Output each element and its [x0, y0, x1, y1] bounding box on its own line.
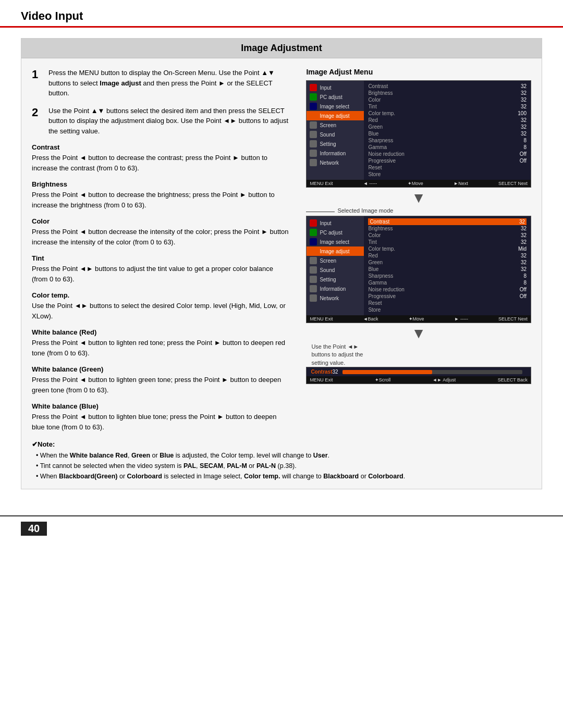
menu-item-sound: Sound: [307, 130, 364, 139]
menu-item-screen-2: Screen: [307, 256, 364, 265]
wb-blue-text: Press the Point ◄ button to lighten blue…: [32, 412, 290, 432]
screen-icon-2: [310, 257, 317, 264]
menu-row-sharpness: Sharpness8: [368, 137, 527, 144]
menu-row-color: Color32: [368, 96, 527, 103]
wb-blue-heading: White balance (Blue): [32, 402, 290, 410]
menu-item-image-adjust: Image adjust: [307, 111, 364, 120]
setting-icon-2: [310, 276, 317, 283]
menu-row-store-2: Store: [368, 306, 527, 313]
two-col-layout: 1 Press the MENU button to display the O…: [21, 58, 542, 439]
menu-item-input: Input: [307, 83, 364, 92]
slider-mockup: Contrast 32 MENU Exit✦Scroll◄► AdjustSEL…: [306, 367, 531, 384]
bottom-note: ✔Note: When the White balance Red, Green…: [21, 439, 542, 489]
contrast-text: Press the Point ◄ button to decrease the…: [32, 153, 290, 173]
menu-row-noise: Noise reductionOff: [368, 151, 527, 157]
menu-row-red-2: Red32: [368, 252, 527, 259]
slider-label: Contrast: [311, 369, 332, 375]
note-list: When the White balance Red, Green or Blu…: [32, 450, 531, 482]
menu-item-setting: Setting: [307, 139, 364, 149]
step-2-text: Use the Point ▲▼ buttons select the desi…: [48, 106, 290, 137]
arrow-down-1: ▼: [306, 191, 531, 205]
page-title: Video Input: [21, 9, 542, 23]
brightness-heading: Brightness: [32, 180, 290, 188]
sound-icon: [310, 131, 317, 138]
menu-item-input-2: Input: [307, 218, 364, 228]
menu-row-sharpness-2: Sharpness8: [368, 273, 527, 279]
menu-row-color-temp-2: Color temp.Mid: [368, 245, 527, 252]
menu-item-information-2: Information: [307, 284, 364, 293]
main-content: Image Adjustment 1 Press the MENU button…: [0, 28, 563, 515]
pc-adjust-icon: [310, 93, 317, 101]
slider-bar-fill: [342, 370, 433, 374]
step-2: 2 Use the Point ▲▼ buttons select the de…: [32, 106, 290, 137]
slider-value: 32: [333, 369, 338, 375]
menu-row-gamma-2: Gamma8: [368, 279, 527, 286]
menu-row-noise-2: Noise reductionOff: [368, 286, 527, 293]
color-heading: Color: [32, 217, 290, 225]
menu-row-tint-2: Tint32: [368, 239, 527, 245]
menu-row-tint: Tint32: [368, 103, 527, 110]
menu-screenshot-1: Input PC adjust Image select Image adjus…: [306, 80, 531, 188]
menu-row-store: Store: [368, 171, 527, 178]
menu-item-network: Network: [307, 158, 364, 167]
menu-row-green-2: Green32: [368, 259, 527, 266]
screen-icon: [310, 121, 317, 129]
information-icon: [310, 150, 317, 157]
step-1-number: 1: [32, 68, 43, 98]
left-column: 1 Press the MENU button to display the O…: [32, 68, 290, 434]
image-select-icon: [310, 103, 317, 110]
menu-item-sound-2: Sound: [307, 265, 364, 275]
menu-item-pc-adjust-2: PC adjust: [307, 228, 364, 237]
section-title: Image Adjustment: [21, 39, 542, 58]
step-1: 1 Press the MENU button to display the O…: [32, 68, 290, 98]
menu-screenshot-2: Input PC adjust Image select Image adjus…: [306, 216, 531, 323]
page-header: Video Input: [0, 0, 563, 28]
slider-row: Contrast 32: [307, 367, 531, 376]
note-item-3: When Blackboard(Green) or Colorboard is …: [36, 471, 531, 482]
menu-item-setting-2: Setting: [307, 275, 364, 284]
use-point-text: Use the Point ◄►buttons to adjust theset…: [306, 343, 531, 367]
color-text: Press the Point ◄ button decrease the in…: [32, 227, 290, 247]
menu-bar-2: MENU Exit◄Back✦Move► -----SELECT Next: [307, 315, 531, 323]
menu-item-information: Information: [307, 149, 364, 158]
menu-row-reset-2: Reset: [368, 300, 527, 306]
image-adjust-icon-2: [310, 248, 317, 255]
wb-red-text: Press the Point ◄ button to lighten red …: [32, 338, 290, 358]
menu-item-image-select-2: Image select: [307, 237, 364, 246]
menu-item-screen: Screen: [307, 120, 364, 130]
network-icon-2: [310, 294, 317, 302]
menu-row-blue-2: Blue32: [368, 266, 527, 273]
page-number: 40: [21, 522, 47, 536]
menu-item-image-adjust-2: Image adjust: [307, 246, 364, 256]
menu-row-reset: Reset: [368, 164, 527, 171]
menu-row-contrast-2: Contrast32: [368, 218, 527, 225]
wb-red-heading: White balance (Red): [32, 328, 290, 336]
image-adjust-icon: [310, 112, 317, 119]
menu-row-color-temp: Color temp.100: [368, 110, 527, 117]
sound-icon-2: [310, 266, 317, 274]
page-footer: 40: [0, 515, 563, 541]
menu-bar-1: MENU Exit◄ -----✦Move►NextSELECT Next: [307, 180, 531, 187]
menu-row-gamma: Gamma8: [368, 144, 527, 151]
menu-row-green: Green32: [368, 124, 527, 130]
step-1-text: Press the MENU button to display the On-…: [48, 68, 290, 98]
slider-menu-bar: MENU Exit✦Scroll◄► AdjustSELECT Back: [307, 376, 531, 384]
pc-adjust-icon-2: [310, 229, 317, 236]
step-2-number: 2: [32, 106, 43, 137]
menu-right-panel-1: Contrast32 Brightness32 Color32 Tint32 C…: [364, 81, 531, 180]
input-icon: [310, 84, 317, 91]
arrow-down-2: ▼: [306, 326, 531, 341]
menu-row-progressive-2: ProgressiveOff: [368, 293, 527, 300]
menu-row-red: Red32: [368, 117, 527, 124]
color-temp-heading: Color temp.: [32, 291, 290, 299]
wb-green-text: Press the Point ◄ button to lighten gree…: [32, 375, 290, 395]
color-temp-text: Use the Point ◄► buttons to select the d…: [32, 301, 290, 321]
input-icon-2: [310, 219, 317, 227]
tint-text: Press the Point ◄► buttons to adjust the…: [32, 264, 290, 284]
note-heading: ✔Note:: [32, 439, 531, 450]
img-adjust-menu-title: Image Adjust Menu: [306, 68, 531, 76]
note-item-2: Tint cannot be selected when the video s…: [36, 461, 531, 471]
setting-icon: [310, 140, 317, 147]
menu-row-brightness-2: Brightness32: [368, 225, 527, 232]
menu-row-color-2: Color32: [368, 232, 527, 239]
